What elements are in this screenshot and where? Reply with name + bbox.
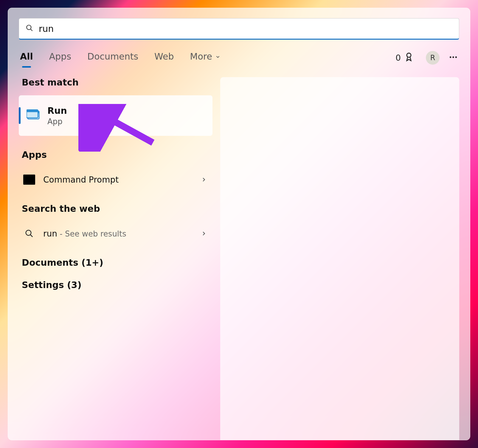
web-search-icon bbox=[22, 228, 36, 239]
more-options-button[interactable] bbox=[448, 52, 458, 63]
preview-pane bbox=[220, 77, 459, 440]
tab-documents[interactable]: Documents bbox=[87, 51, 138, 65]
web-query: run bbox=[43, 229, 57, 239]
command-prompt-icon bbox=[22, 174, 36, 186]
svg-point-0 bbox=[27, 25, 31, 29]
result-web-search[interactable]: run - See web results bbox=[19, 222, 212, 245]
result-command-prompt-label: Command Prompt bbox=[43, 175, 119, 185]
chevron-right-icon bbox=[201, 176, 207, 183]
user-avatar[interactable]: R bbox=[426, 51, 440, 65]
section-documents[interactable]: Documents (1+) bbox=[22, 257, 212, 268]
web-suffix: - See web results bbox=[57, 229, 126, 238]
svg-point-2 bbox=[407, 53, 411, 57]
avatar-initial: R bbox=[430, 54, 435, 62]
tab-more[interactable]: More bbox=[190, 51, 221, 65]
ellipsis-icon bbox=[448, 57, 458, 63]
rewards-points[interactable]: 0 bbox=[395, 52, 414, 64]
section-web: Search the web bbox=[22, 203, 212, 214]
svg-point-3 bbox=[450, 56, 451, 58]
svg-point-11 bbox=[26, 230, 31, 236]
run-app-icon bbox=[19, 109, 47, 122]
svg-point-5 bbox=[455, 56, 457, 58]
svg-rect-9 bbox=[27, 110, 38, 112]
rewards-value: 0 bbox=[395, 53, 401, 63]
filter-tabs: All Apps Documents Web More 0 R bbox=[19, 51, 459, 65]
search-input[interactable] bbox=[39, 24, 452, 34]
result-run-text: Run App bbox=[47, 105, 67, 126]
svg-point-4 bbox=[452, 56, 454, 58]
tab-more-label: More bbox=[190, 51, 212, 62]
tab-all[interactable]: All bbox=[20, 51, 33, 65]
result-command-prompt[interactable]: Command Prompt bbox=[19, 168, 212, 192]
results-area: Best match Run App bbox=[19, 77, 459, 440]
chevron-right-icon bbox=[201, 230, 207, 237]
search-bar[interactable] bbox=[19, 18, 459, 40]
results-list: Best match Run App bbox=[19, 77, 212, 440]
chevron-down-icon bbox=[215, 51, 221, 62]
section-apps: Apps bbox=[22, 150, 212, 160]
search-icon bbox=[26, 24, 33, 33]
result-run-title: Run bbox=[47, 105, 67, 116]
svg-line-12 bbox=[30, 235, 33, 237]
tab-web[interactable]: Web bbox=[154, 51, 174, 65]
result-run-subtitle: App bbox=[47, 117, 67, 126]
medal-icon bbox=[404, 52, 414, 64]
svg-line-1 bbox=[30, 29, 32, 31]
section-settings[interactable]: Settings (3) bbox=[22, 280, 212, 290]
result-run-app[interactable]: Run App bbox=[19, 95, 212, 136]
section-best-match: Best match bbox=[22, 77, 212, 88]
result-web-label: run - See web results bbox=[43, 229, 126, 239]
search-window: All Apps Documents Web More 0 R bbox=[8, 8, 470, 440]
tab-apps[interactable]: Apps bbox=[49, 51, 71, 65]
